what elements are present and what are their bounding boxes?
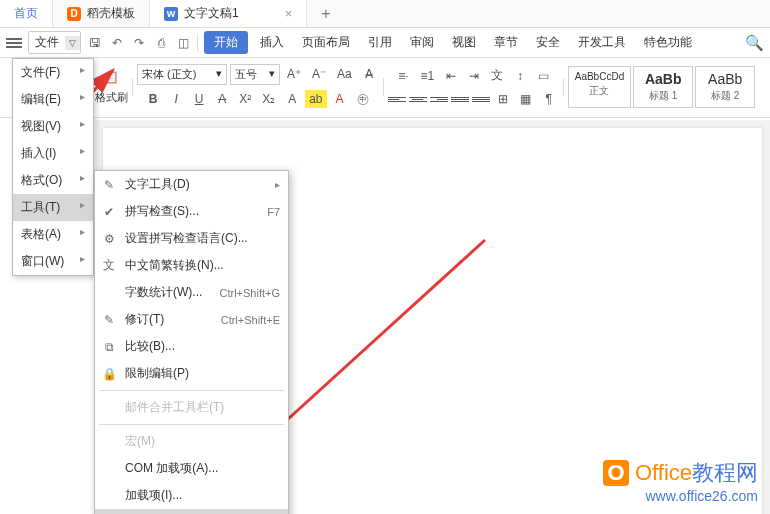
main-toolbar: 文件 ▽ 🖫 ↶ ↷ ⎙ ◫ 开始 插入 页面布局 引用 审阅 视图 章节 安全… <box>0 28 770 58</box>
menu-insert[interactable]: 插入 <box>254 32 290 53</box>
file-menu-window[interactable]: 窗口(W)▸ <box>13 248 93 275</box>
tools-restrict-editing[interactable]: 🔒限制编辑(P) <box>95 360 288 387</box>
save-icon[interactable]: 🖫 <box>87 35 103 51</box>
italic-button[interactable]: I <box>166 90 186 108</box>
file-menu-format[interactable]: 格式(O)▸ <box>13 167 93 194</box>
increase-indent-icon[interactable]: ⇥ <box>464 67 484 85</box>
font-size-select[interactable]: 五号▾ <box>230 64 280 85</box>
style-normal[interactable]: AaBbCcDd 正文 <box>568 66 631 108</box>
file-dropdown[interactable]: 文件 ▽ <box>28 31 81 54</box>
grow-font-icon[interactable]: A⁺ <box>283 65 305 83</box>
text-direction-icon[interactable]: 文 <box>487 65 507 86</box>
menu-sections[interactable]: 章节 <box>488 32 524 53</box>
watermark-text-a: Office <box>635 460 692 485</box>
search-icon[interactable]: 🔍 <box>745 34 764 52</box>
file-menu-insert[interactable]: 插入(I)▸ <box>13 140 93 167</box>
format-painter-label[interactable]: 格式刷 <box>95 90 128 105</box>
file-menu-table[interactable]: 表格(A)▸ <box>13 221 93 248</box>
superscript-button[interactable]: X² <box>235 90 255 108</box>
hamburger-icon[interactable] <box>6 38 22 48</box>
numbering-icon[interactable]: ≡1 <box>416 67 438 85</box>
shrink-font-icon[interactable]: A⁻ <box>308 65 330 83</box>
line-spacing-icon[interactable]: ↕ <box>510 67 530 85</box>
docer-icon: D <box>67 7 81 21</box>
print-icon[interactable]: ⎙ <box>153 35 169 51</box>
shading-icon[interactable]: ▭ <box>533 67 553 85</box>
submenu-arrow-icon: ▸ <box>80 253 85 270</box>
tab-stops-icon[interactable]: ⊞ <box>493 90 513 108</box>
style-label: 正文 <box>575 84 624 98</box>
style-heading1[interactable]: AaBb 标题 1 <box>633 66 693 108</box>
tools-spell-language[interactable]: ⚙设置拼写检查语言(C)... <box>95 225 288 252</box>
align-center-icon[interactable] <box>409 92 427 106</box>
text-effects-icon[interactable]: A <box>282 90 302 108</box>
bold-button[interactable]: B <box>143 90 163 108</box>
shortcut-label: Ctrl+Shift+G <box>219 287 280 299</box>
menu-security[interactable]: 安全 <box>530 32 566 53</box>
undo-icon[interactable]: ↶ <box>109 35 125 51</box>
align-justify-icon[interactable] <box>451 92 469 106</box>
menu-label: 编辑(E) <box>21 91 61 108</box>
tab-document-label: 文字文稿1 <box>184 5 239 22</box>
tools-macro: 宏(M) <box>95 428 288 455</box>
close-icon[interactable]: × <box>285 6 293 21</box>
file-menu-file[interactable]: 文件(F)▸ <box>13 59 93 86</box>
file-menu-view[interactable]: 视图(V)▸ <box>13 113 93 140</box>
font-color-button[interactable]: A <box>330 90 350 108</box>
document-tab-bar: 首页 D 稻壳模板 W 文字文稿1 × + <box>0 0 770 28</box>
redo-icon[interactable]: ↷ <box>131 35 147 51</box>
tools-backup-center[interactable]: 备份中心(K)... <box>95 509 288 514</box>
shortcut-label: F7 <box>267 206 280 218</box>
change-case-icon[interactable]: Aa <box>333 65 356 83</box>
new-tab-button[interactable]: + <box>307 5 344 23</box>
style-heading2[interactable]: AaBb 标题 2 <box>695 66 755 108</box>
tab-docer[interactable]: D 稻壳模板 <box>53 0 150 27</box>
menu-review[interactable]: 审阅 <box>404 32 440 53</box>
menu-developer[interactable]: 开发工具 <box>572 32 632 53</box>
submenu-arrow-icon: ▸ <box>80 226 85 243</box>
tools-compare[interactable]: ⧉比较(B)... <box>95 333 288 360</box>
menu-references[interactable]: 引用 <box>362 32 398 53</box>
decrease-indent-icon[interactable]: ⇤ <box>441 67 461 85</box>
subscript-button[interactable]: X₂ <box>258 90 279 108</box>
strikethrough-button[interactable]: A <box>212 90 232 108</box>
align-distributed-icon[interactable] <box>472 92 490 106</box>
menu-label: 比较(B)... <box>125 338 280 355</box>
file-menu-edit[interactable]: 编辑(E)▸ <box>13 86 93 113</box>
tab-home[interactable]: 首页 <box>0 0 53 27</box>
tools-com-addins[interactable]: COM 加载项(A)... <box>95 455 288 482</box>
menu-label: 表格(A) <box>21 226 61 243</box>
bullets-icon[interactable]: ≡· <box>393 67 413 85</box>
menu-special[interactable]: 特色功能 <box>638 32 698 53</box>
underline-button[interactable]: U <box>189 90 209 108</box>
tools-submenu: ✎文字工具(D)▸ ✔拼写检查(S)...F7 ⚙设置拼写检查语言(C)... … <box>94 170 289 514</box>
tools-track-changes[interactable]: ✎修订(T)Ctrl+Shift+E <box>95 306 288 333</box>
menu-start[interactable]: 开始 <box>204 31 248 54</box>
tools-text-tools[interactable]: ✎文字工具(D)▸ <box>95 171 288 198</box>
font-name-select[interactable]: 宋体 (正文)▾ <box>137 64 227 85</box>
submenu-arrow-icon: ▸ <box>80 64 85 81</box>
menu-page-layout[interactable]: 页面布局 <box>296 32 356 53</box>
align-right-icon[interactable] <box>430 92 448 106</box>
tools-addins[interactable]: 加载项(I)... <box>95 482 288 509</box>
paste-icon[interactable]: 📋 <box>100 68 123 86</box>
chevron-down-icon[interactable]: ▽ <box>65 36 80 50</box>
file-menu-tools[interactable]: 工具(T)▸ <box>13 194 93 221</box>
tab-document[interactable]: W 文字文稿1 × <box>150 0 307 27</box>
menu-view[interactable]: 视图 <box>446 32 482 53</box>
borders-icon[interactable]: ▦ <box>516 90 536 108</box>
phonetic-guide-icon[interactable]: ㊥ <box>353 89 373 110</box>
print-preview-icon[interactable]: ◫ <box>175 35 191 51</box>
highlight-button[interactable]: ab <box>305 90 326 108</box>
align-left-icon[interactable] <box>388 92 406 106</box>
menu-label: 拼写检查(S)... <box>125 203 259 220</box>
menu-label: 修订(T) <box>125 311 213 328</box>
tools-simplified-traditional[interactable]: 文中文简繁转换(N)... <box>95 252 288 279</box>
convert-icon: 文 <box>101 258 117 274</box>
clear-format-icon[interactable]: A̶ <box>359 65 379 83</box>
tools-word-count[interactable]: 字数统计(W)...Ctrl+Shift+G <box>95 279 288 306</box>
menu-label: 字数统计(W)... <box>125 284 211 301</box>
show-marks-icon[interactable]: ¶ <box>539 90 559 108</box>
tab-docer-label: 稻壳模板 <box>87 5 135 22</box>
tools-spell-check[interactable]: ✔拼写检查(S)...F7 <box>95 198 288 225</box>
